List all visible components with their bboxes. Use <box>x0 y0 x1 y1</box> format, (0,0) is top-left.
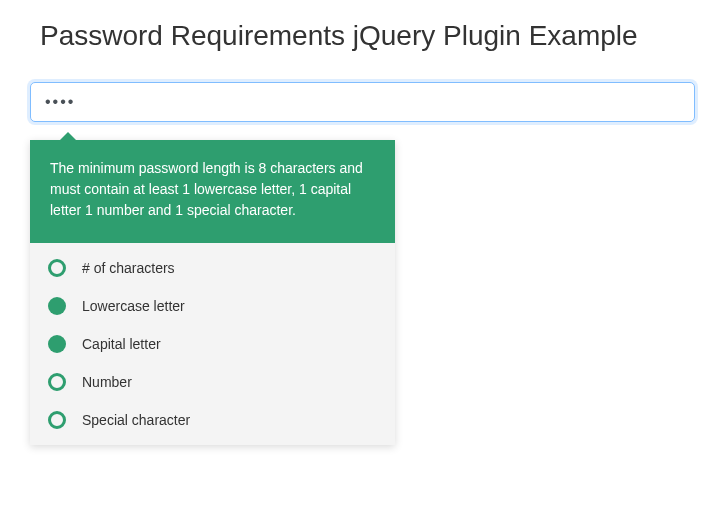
tooltip-arrow-icon <box>60 132 76 140</box>
circle-outline-icon <box>48 411 66 429</box>
password-input[interactable] <box>30 82 695 122</box>
requirement-label: Lowercase letter <box>82 298 185 314</box>
requirements-list: # of characters Lowercase letter Capital… <box>30 243 395 445</box>
tooltip-message: The minimum password length is 8 charact… <box>30 140 395 243</box>
list-item: # of characters <box>30 249 395 287</box>
circle-outline-icon <box>48 259 66 277</box>
page-title: Password Requirements jQuery Plugin Exam… <box>40 20 685 52</box>
circle-outline-icon <box>48 373 66 391</box>
password-requirements-tooltip: The minimum password length is 8 charact… <box>30 140 395 445</box>
requirement-label: Capital letter <box>82 336 161 352</box>
circle-filled-icon <box>48 297 66 315</box>
list-item: Capital letter <box>30 325 395 363</box>
list-item: Special character <box>30 401 395 439</box>
circle-filled-icon <box>48 335 66 353</box>
requirement-label: # of characters <box>82 260 175 276</box>
list-item: Lowercase letter <box>30 287 395 325</box>
requirement-label: Number <box>82 374 132 390</box>
list-item: Number <box>30 363 395 401</box>
requirement-label: Special character <box>82 412 190 428</box>
